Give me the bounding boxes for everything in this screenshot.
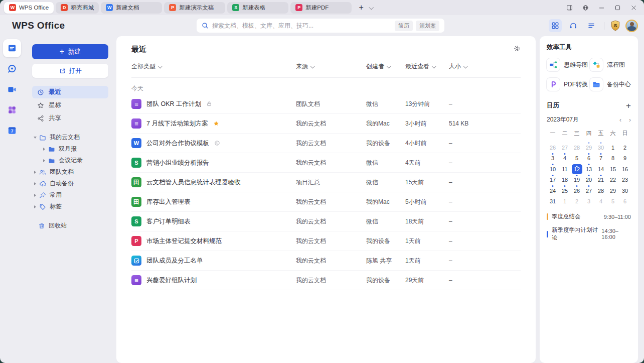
calendar-day[interactable]: 19 [571,175,583,186]
calendar-day[interactable]: 28 [595,185,607,196]
file-row[interactable]: S 客户订单明细表 我的云文档 微信 18天前 – [131,212,521,231]
calendar-day[interactable]: 16 [619,164,631,175]
expand-caret[interactable] [32,182,38,185]
calendar-day[interactable]: 20 [583,175,595,186]
open-file-button[interactable]: 打开 [32,64,108,78]
sidebar-item-trash[interactable]: 回收站 [32,220,108,231]
calendar-day[interactable]: 3 [583,196,595,207]
sidebar-item-star-o[interactable]: 星标 [32,99,108,111]
calendar-day[interactable]: 4 [559,153,571,164]
calendar-day[interactable]: 12 [571,164,583,175]
file-row[interactable]: ≡ 7 月线下活动策划方案 我的云文档 我的Mac 3小时前 514 KB [131,114,521,134]
sidebar-item-clock[interactable]: 最近 [32,86,108,98]
file-row[interactable]: W 公司对外合作协议模板 我的云文档 我的设备 4小时前 – [131,134,521,153]
calendar-day[interactable]: 26 [547,142,559,153]
sidebar-tree-item[interactable]: 标签 [32,201,108,212]
sidebar-item-share[interactable]: 共享 [32,112,108,125]
tool-pdfconv[interactable]: PDF转换 [547,78,588,91]
calendar-day[interactable]: 28 [571,142,583,153]
tool-mindmap[interactable]: 思维导图 [547,58,588,71]
filter-dropdown[interactable]: 最近查看 [405,62,449,71]
calendar-day[interactable]: 2 [619,142,631,153]
calendar-day[interactable]: 1 [559,196,571,207]
gear-icon[interactable] [513,45,521,54]
file-row[interactable]: P 市场主体登记提交材料规范 我的云文档 我的设备 1天前 – [131,231,521,251]
side-panel-toggle-icon[interactable] [566,5,573,11]
expand-caret[interactable] [32,194,38,197]
calendar-day[interactable]: 23 [619,175,631,186]
calendar-event[interactable]: 新季度学习计划讨论 14:30–16:00 [547,226,631,241]
tool-backup[interactable]: 备份中心 [590,78,631,91]
calendar-day[interactable]: 29 [583,142,595,153]
next-month-button[interactable]: › [629,116,631,124]
calendar-event[interactable]: 季度总结会 9:30–11:00 [547,213,631,220]
file-row[interactable]: ≡ 团队 OKR 工作计划 团队文档 微信 13分钟前 – [131,94,521,114]
sidebar-tree-item[interactable]: 我的云文档 [32,132,108,143]
sidebar-tree-item[interactable]: 团队文档 [32,166,108,178]
document-tab[interactable]: W WPS Office [4,2,54,14]
headset-icon[interactable] [567,19,580,32]
calendar-day[interactable]: 29 [607,185,619,196]
expand-caret[interactable] [41,148,47,151]
sidebar-tree-item[interactable]: 会议记录 [32,155,108,166]
tab-list-chevron-down-icon[interactable] [369,5,374,9]
calendar-day[interactable]: 30 [619,185,631,196]
calendar-day[interactable]: 22 [607,175,619,186]
file-row[interactable]: 田 云文档管人员信息统计表理器验收 项目汇总 微信 15天前 – [131,173,521,192]
prev-month-button[interactable]: ‹ [619,116,621,124]
document-tab[interactable]: P 新建PDF [290,2,352,14]
calendar-day[interactable]: 17 [547,175,559,186]
calendar-day[interactable]: 13 [583,164,595,175]
rail-apps-icon[interactable] [3,101,21,119]
calendar-day[interactable]: 3 [547,153,559,164]
file-row[interactable]: 田 库存出入管理表 我的云文档 我的Mac 5小时前 – [131,192,521,212]
calendar-day[interactable]: 4 [595,196,607,207]
rail-messages-icon[interactable] [3,60,21,78]
calendar-day[interactable]: 27 [583,185,595,196]
rail-calendar-icon[interactable]: 7 [3,122,21,140]
filter-dropdown[interactable]: 全部类型 [131,62,296,71]
calendar-day[interactable]: 5 [607,196,619,207]
search-suggestion-tag[interactable]: 策划案 [416,21,439,31]
calendar-day[interactable]: 27 [559,142,571,153]
calendar-day[interactable]: 7 [595,153,607,164]
file-row[interactable]: S 营销小组业绩分析报告 我的云文档 微信 4天前 – [131,153,521,173]
expand-caret[interactable] [32,137,38,139]
document-tab[interactable]: P 新建演示文稿 [164,2,225,14]
file-row[interactable]: ≡ 兴趣爱好组队计划 我的云文档 我的设备 29天前 – [131,271,521,290]
avatar[interactable] [625,20,638,32]
minimize-icon[interactable] [598,5,605,11]
rail-documents-icon[interactable] [3,39,21,57]
calendar-day[interactable]: 30 [595,142,607,153]
calendar-day[interactable]: 24 [547,185,559,196]
tool-flow[interactable]: 流程图 [590,58,631,71]
expand-caret[interactable] [32,205,38,208]
search-suggestion-tag[interactable]: 简历 [395,21,413,31]
filter-dropdown[interactable]: 大小 [449,62,521,71]
new-tab-button[interactable]: + [356,2,367,13]
calendar-day[interactable]: 5 [571,153,583,164]
rail-meeting-icon[interactable] [3,80,21,98]
calendar-day[interactable]: 14 [595,164,607,175]
calendar-day[interactable]: 1 [607,142,619,153]
new-document-button[interactable]: + 新建 [32,44,108,59]
calendar-day[interactable]: 25 [559,185,571,196]
globe-icon[interactable] [582,5,589,11]
filter-dropdown[interactable]: 来源 [296,62,366,71]
add-event-button[interactable]: + [626,101,631,110]
close-icon[interactable] [630,5,637,11]
calendar-day[interactable]: 31 [547,196,559,207]
calendar-day[interactable]: 9 [619,153,631,164]
maximize-icon[interactable] [614,5,621,11]
calendar-day[interactable]: 6 [583,153,595,164]
sidebar-tree-item[interactable]: 双月报 [32,143,108,155]
calendar-day[interactable]: 26 [571,185,583,196]
search-bar[interactable]: 搜索文档、模板、文库、应用、技巧... 简历策划案 [197,19,444,33]
calendar-day[interactable]: 21 [595,175,607,186]
calendar-day[interactable]: 8 [607,153,619,164]
document-tab[interactable]: S 新建表格 [227,2,288,14]
menu-icon[interactable] [585,19,598,32]
sidebar-tree-item[interactable]: 自动备份 [32,178,108,189]
vip-shield-badge[interactable]: S [610,20,620,31]
calendar-day[interactable]: 10 [547,164,559,175]
